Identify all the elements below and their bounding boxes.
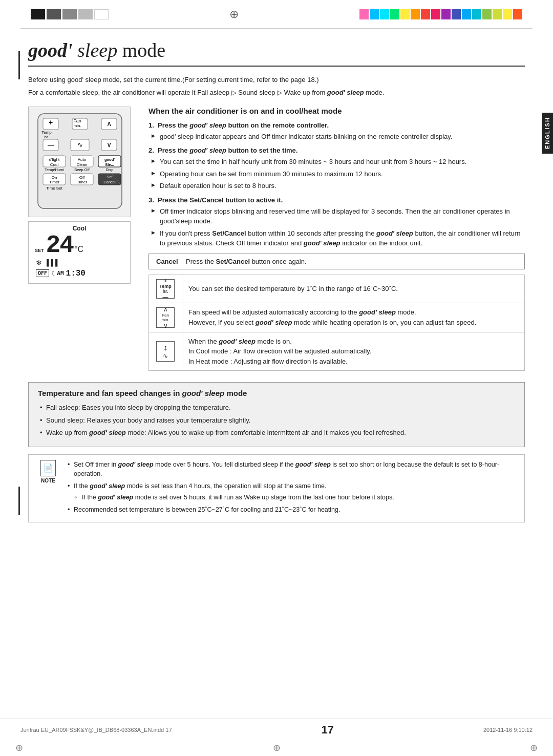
- color-cyan: [380, 9, 389, 19]
- info-row-swing: ↕ ∿ When the good' sleep mode is on. In …: [149, 332, 525, 371]
- color-pink: [359, 9, 369, 19]
- remote-svg: + Fan min. ∧ Temp hr. —: [33, 111, 127, 211]
- color-block-black: [31, 9, 45, 19]
- info-icon-temp: + Temphr. —: [149, 275, 182, 303]
- color-purple: [441, 9, 451, 19]
- step-2-bullet-2: ▶ Operating hour can be set from minimum…: [152, 169, 525, 179]
- color-block-white: [94, 9, 109, 19]
- remote-control-image: + Fan min. ∧ Temp hr. —: [28, 107, 131, 217]
- cancel-label: Cancel: [156, 258, 182, 265]
- svg-text:On: On: [52, 175, 57, 180]
- note-bullet-1: • Set Off timer in good' sleep mode over…: [67, 460, 517, 479]
- svg-text:min.: min.: [73, 123, 81, 128]
- svg-text:∿: ∿: [77, 141, 83, 149]
- note-content: • Set Off timer in good' sleep mode over…: [67, 460, 517, 517]
- note-icon-area: 📄 NOTE: [36, 460, 60, 517]
- display-am-label: AM: [57, 270, 63, 277]
- color-yellow2: [503, 9, 512, 19]
- step-2-bullet-3: ▶ Default operation hour is set to 8 hou…: [152, 181, 525, 191]
- color-orange: [411, 9, 420, 19]
- note-bullet-3: • Recommended set temperature is between…: [67, 505, 517, 515]
- display-set-label: SET: [35, 248, 44, 253]
- left-margin-line2: [18, 487, 20, 515]
- color-lime: [493, 9, 502, 19]
- footer-right: 2012-11-16 9:10:12: [483, 727, 533, 733]
- svg-text:+: +: [49, 118, 53, 127]
- svg-text:hr.: hr.: [45, 135, 49, 139]
- display-off-box: OFF: [36, 269, 49, 277]
- temp-label-icon: Temphr.: [159, 284, 171, 294]
- color-yellow: [400, 9, 410, 19]
- svg-text:good': good': [104, 157, 115, 162]
- info-text-swing: When the good' sleep mode is on. In Cool…: [182, 332, 525, 371]
- snowflake-icon: ❄: [36, 259, 42, 267]
- note-box: 📄 NOTE • Set Off timer in good' sleep mo…: [28, 454, 525, 523]
- fan-up-icon: ∧: [163, 306, 168, 313]
- left-column: + Fan min. ∧ Temp hr. —: [28, 107, 138, 375]
- info-row-fan: ∧ Fanmin. ∨ Fan speed will be adjusted a…: [149, 303, 525, 332]
- info-icon-swing: ↕ ∿: [149, 332, 182, 371]
- english-sidebar: ENGLISH: [542, 113, 553, 154]
- right-column: When the air conditioner is on and in co…: [148, 107, 525, 375]
- step-3-title: 3. Press the Set/Cancel button to active…: [148, 196, 525, 204]
- main-section-heading: When the air conditioner is on and in co…: [148, 107, 525, 115]
- color-block-mid-gray: [62, 9, 77, 19]
- step-1-bullet-1: ▶ good' sleep indicator appears and Off …: [152, 132, 525, 142]
- reg-mark-bottom-left: ⊕: [15, 742, 23, 753]
- bar-icon: ▐▐▐: [45, 259, 58, 266]
- info-text-fan: Fan speed will be adjusted automatically…: [182, 303, 525, 332]
- temp-plus-icon: +: [164, 278, 167, 284]
- registration-mark-top: ⊕: [229, 8, 239, 21]
- note-label: NOTE: [41, 478, 55, 484]
- svg-text:Time Set: Time Set: [46, 186, 62, 191]
- color-lime-green: [482, 9, 492, 19]
- page-title: good' sleep mode: [28, 39, 525, 67]
- step-3: 3. Press the Set/Cancel button to active…: [148, 196, 525, 248]
- page-footer: Junfrau EU_AR09FSSK&Y@_IB_DB68-03363A_EN…: [0, 719, 553, 741]
- svg-text:Temp/Humi: Temp/Humi: [45, 167, 64, 172]
- step-2-title: 2. Press the good' sleep button to set t…: [148, 146, 525, 154]
- step-3-bullet-2: ▶ If you don't press Set/Cancel button w…: [152, 228, 525, 248]
- svg-text:Fan: Fan: [73, 118, 81, 123]
- color-sky: [370, 9, 379, 19]
- intro-line1: Before using good' sleep mode, set the c…: [28, 75, 525, 86]
- step-3-bullet-1: ▶ Off timer indicator stops blinking and…: [152, 206, 525, 226]
- color-block-dark-gray: [47, 9, 61, 19]
- intro-line2: For a comfortable sleep, the air conditi…: [28, 88, 525, 98]
- note-sub-bullet: ◦ If the good' sleep mode is set over 5 …: [74, 493, 517, 502]
- cancel-text: Press the Set/Cancel button once again.: [186, 258, 307, 265]
- color-blue: [462, 9, 471, 19]
- left-color-blocks: [31, 9, 109, 19]
- temp-bullet-2: • Sound sleep: Relaxes your body and rai…: [38, 415, 515, 426]
- bottom-reg-marks: ⊕ ⊕ ⊕: [0, 742, 553, 753]
- svg-text:Set: Set: [107, 175, 113, 179]
- color-pink2: [431, 9, 440, 19]
- display-time: 1:30: [66, 269, 86, 278]
- svg-text:Timer: Timer: [77, 180, 87, 184]
- page-number: 17: [322, 723, 334, 737]
- display-sleep-icon: ☾: [51, 270, 55, 277]
- display-panel: Cool SET 24 °C ❄ ▐▐▐ OFF ☾: [28, 221, 131, 284]
- color-indigo: [452, 9, 461, 19]
- svg-text:Disp: Disp: [105, 167, 113, 172]
- reg-mark-bottom-right: ⊕: [530, 742, 538, 753]
- svg-text:Beep Off: Beep Off: [74, 167, 90, 172]
- temp-bullet-3: • Wake up from good' sleep mode: Allows …: [38, 428, 515, 438]
- cancel-info-box: Cancel Press the Set/Cancel button once …: [148, 254, 525, 269]
- step-1: 1. Press the good' sleep button on the r…: [148, 121, 525, 142]
- right-color-blocks: [359, 9, 522, 19]
- note-document-icon: 📄: [40, 460, 56, 476]
- color-teal: [472, 9, 481, 19]
- color-red: [421, 9, 430, 19]
- svg-text:∧: ∧: [107, 119, 112, 128]
- color-green: [390, 9, 399, 19]
- svg-text:Auto: Auto: [78, 157, 87, 162]
- swing-up-icon: ↕: [163, 343, 167, 352]
- note-bullet-2: • If the good' sleep mode is set less th…: [67, 481, 517, 502]
- display-cool-label: Cool: [34, 225, 125, 232]
- page-content: good' sleep mode Before using good' slee…: [0, 29, 553, 540]
- temp-fan-heading: Temperature and fan speed changes in goo…: [38, 389, 515, 397]
- svg-text:Timer: Timer: [49, 180, 59, 184]
- svg-text:Cool: Cool: [50, 162, 59, 167]
- svg-text:Cancel: Cancel: [103, 180, 116, 184]
